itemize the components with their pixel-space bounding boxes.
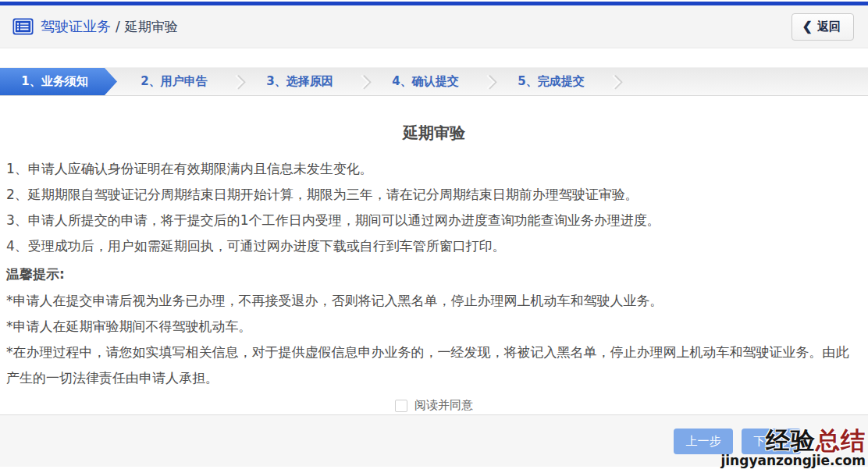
chevron-right-separator-icon bbox=[229, 75, 244, 89]
tip-item-2: *申请人在延期审验期间不得驾驶机动车。 bbox=[6, 314, 862, 340]
step-progress-bar: 1、业务须知 2、用户申告 3、选择原因 4、确认提交 5、完成提交 bbox=[0, 67, 868, 96]
next-step-button[interactable]: 下一步 bbox=[742, 429, 801, 454]
breadcrumb-section[interactable]: 驾驶证业务 bbox=[41, 17, 111, 36]
notice-item-3: 3、申请人所提交的申请，将于提交后的1个工作日内受理，期间可以通过网办进度查询功… bbox=[6, 208, 862, 233]
step-4-confirm-submit: 4、确认提交 bbox=[368, 68, 482, 95]
step-2-user-declaration: 2、用户申告 bbox=[117, 68, 231, 95]
breadcrumb-page: 延期审验 bbox=[125, 18, 178, 36]
agree-checkbox[interactable] bbox=[395, 400, 407, 412]
agree-row: 阅读并同意 bbox=[6, 398, 862, 413]
list-icon bbox=[12, 18, 34, 35]
step-5-complete-submit: 5、完成提交 bbox=[494, 68, 608, 95]
notice-item-4: 4、受理成功后，用户如需延期回执，可通过网办进度下载或自行到车管所窗口打印。 bbox=[6, 233, 862, 259]
back-button[interactable]: ❮ 返回 bbox=[792, 13, 854, 41]
step-3-select-reason: 3、选择原因 bbox=[243, 68, 357, 95]
main-content: 延期审验 1、申请人应确认身份证明在有效期限满内且信息未发生变化。 2、延期期限… bbox=[0, 123, 868, 413]
footer-action-bar: 上一步 下一步 bbox=[0, 414, 868, 467]
chevron-left-icon: ❮ bbox=[802, 20, 813, 33]
chevron-right-separator-icon bbox=[607, 75, 621, 89]
page: 驾驶证业务 / 延期审验 ❮ 返回 1、业务须知 2、用户申告 3、选择原因 4… bbox=[0, 0, 868, 473]
tip-item-1: *申请人在提交申请后视为业务已办理，不再接受退办，否则将记入黑名单，停止办理网上… bbox=[6, 288, 862, 314]
notice-item-1: 1、申请人应确认身份证明在有效期限满内且信息未发生变化。 bbox=[6, 156, 862, 182]
breadcrumb-separator: / bbox=[116, 19, 120, 34]
page-title: 延期审验 bbox=[6, 123, 862, 144]
previous-step-button[interactable]: 上一步 bbox=[674, 429, 733, 454]
chevron-right-separator-icon bbox=[355, 75, 369, 89]
tip-item-3: *在办理过程中，请您如实填写相关信息，对于提供虚假信息申办业务的，一经发现，将被… bbox=[6, 340, 862, 391]
back-button-label: 返回 bbox=[817, 20, 841, 34]
chevron-right-separator-icon bbox=[481, 75, 495, 89]
tips-heading: 温馨提示: bbox=[6, 261, 862, 288]
agree-label: 阅读并同意 bbox=[414, 398, 473, 413]
notice-item-2: 2、延期期限自驾驶证记分周期结束日期开始计算，期限为三年，请在记分周期结束日期前… bbox=[6, 182, 862, 208]
step-1-business-notice: 1、业务须知 bbox=[0, 68, 117, 95]
header: 驾驶证业务 / 延期审验 ❮ 返回 bbox=[0, 5, 868, 48]
